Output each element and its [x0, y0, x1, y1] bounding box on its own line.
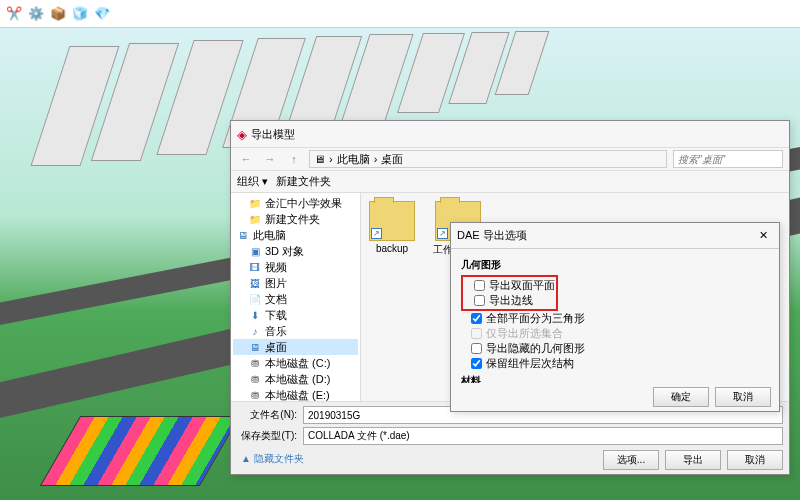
export-button[interactable]: 导出 — [665, 450, 721, 470]
opt-hierarchy[interactable] — [471, 358, 482, 369]
nav-tree[interactable]: 📁金汇中小学效果 📁新建文件夹 🖥此电脑 ▣3D 对象 🎞视频 🖼图片 📄文档 … — [231, 193, 361, 401]
drive-icon: ⛃ — [249, 373, 261, 385]
main-toolbar: ✂️ ⚙️ 📦 🧊 💎 — [0, 0, 800, 28]
breadcrumb[interactable]: 🖥 › 此电脑 › 桌面 — [309, 150, 667, 168]
nav-back-icon[interactable]: ← — [237, 150, 255, 168]
docs-icon: 📄 — [249, 293, 261, 305]
opt-cancel-button[interactable]: 取消 — [715, 387, 771, 407]
address-bar: ← → ↑ 🖥 › 此电脑 › 桌面 — [231, 147, 789, 171]
folder-icon: 📁 — [249, 213, 261, 225]
cancel-button[interactable]: 取消 — [727, 450, 783, 470]
nav-fwd-icon[interactable]: → — [261, 150, 279, 168]
organize-menu[interactable]: 组织 ▾ — [237, 174, 268, 189]
gear-icon[interactable]: ⚙️ — [28, 6, 44, 22]
search-input[interactable] — [673, 150, 783, 168]
ok-button[interactable]: 确定 — [653, 387, 709, 407]
dae-options-title: DAE 导出选项 — [457, 228, 527, 243]
toolbar-row: 组织 ▾ 新建文件夹 — [231, 171, 789, 193]
filename-label: 文件名(N): — [237, 408, 297, 422]
ruby-icon[interactable]: 💎 — [94, 6, 110, 22]
desktop-icon: 🖥 — [249, 341, 261, 353]
pictures-icon: 🖼 — [249, 277, 261, 289]
box-icon[interactable]: 🧊 — [72, 6, 88, 22]
music-icon: ♪ — [249, 325, 261, 337]
folder-item[interactable]: ↗ backup — [369, 201, 415, 254]
hide-folders-toggle[interactable]: ▲ 隐藏文件夹 — [241, 452, 304, 466]
nav-up-icon[interactable]: ↑ — [285, 150, 303, 168]
new-folder-button[interactable]: 新建文件夹 — [276, 174, 331, 189]
download-icon: ⬇ — [249, 309, 261, 321]
video-icon: 🎞 — [249, 261, 261, 273]
export-title: 导出模型 — [251, 127, 295, 142]
highlight-box: 导出双面平面 导出边线 — [461, 275, 558, 311]
opt-triangulate[interactable] — [471, 313, 482, 324]
drive-icon: ⛃ — [249, 389, 261, 401]
folder-icon: 📁 — [249, 197, 261, 209]
filetype-select[interactable] — [303, 427, 783, 445]
scissors-icon[interactable]: ✂️ — [6, 6, 22, 22]
folder-icon: ↗ — [369, 201, 415, 241]
pc-icon: 🖥 — [314, 153, 325, 165]
opt-hidden-geo[interactable] — [471, 343, 482, 354]
cube-icon[interactable]: 📦 — [50, 6, 66, 22]
app-icon: ◈ — [237, 127, 247, 142]
objects-icon: ▣ — [249, 245, 261, 257]
close-icon[interactable]: ✕ — [753, 229, 773, 242]
group-geometry: 几何图形 — [461, 258, 769, 272]
opt-edges[interactable] — [474, 295, 485, 306]
drive-icon: ⛃ — [249, 357, 261, 369]
filetype-label: 保存类型(T): — [237, 429, 297, 443]
export-titlebar: ◈ 导出模型 — [231, 121, 789, 147]
dae-options-dialog: DAE 导出选项 ✕ 几何图形 导出双面平面 导出边线 全部平面分为三角形 仅导… — [450, 222, 780, 412]
group-material: 材料 — [461, 374, 769, 383]
opt-two-sided[interactable] — [474, 280, 485, 291]
opt-selection-only — [471, 328, 482, 339]
pc-icon: 🖥 — [237, 229, 249, 241]
options-button[interactable]: 选项... — [603, 450, 659, 470]
